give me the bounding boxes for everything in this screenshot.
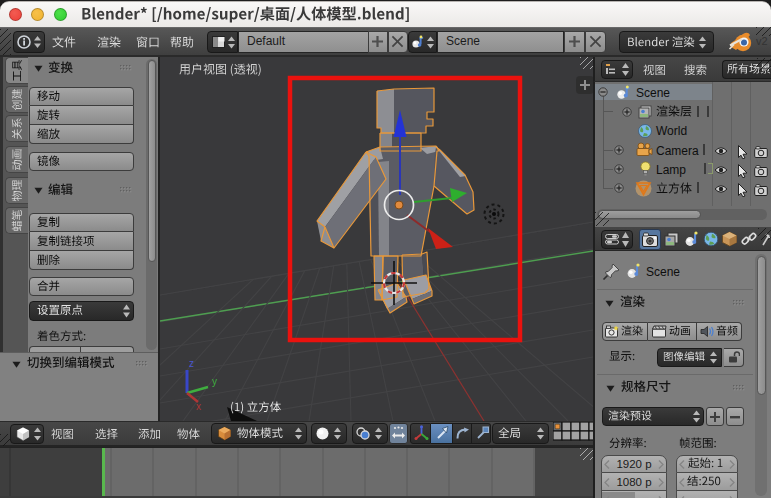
svg-text:x: x [196, 401, 201, 412]
svg-text:y: y [212, 376, 217, 387]
svg-text:z: z [189, 358, 194, 369]
